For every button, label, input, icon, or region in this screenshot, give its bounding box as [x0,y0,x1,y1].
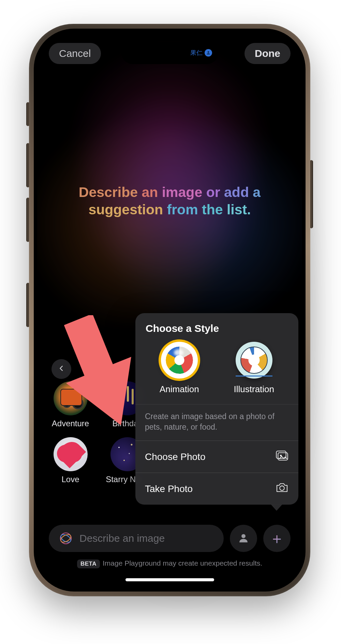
dynamic-island-label: 果仁 [190,49,203,57]
describe-placeholder: Describe an image [79,533,165,544]
take-photo-label: Take Photo [145,484,193,494]
style-label: Illustration [234,384,275,395]
phone-frame: Cancel Done 果仁 Describe an image or add … [29,24,310,596]
footer: BETAImage Playground may create unexpect… [37,559,302,568]
add-button[interactable]: ＋ [263,525,291,552]
popover-description: Create an image based on a photo of pets… [135,404,298,441]
beta-badge: BETA [77,559,100,568]
style-illustration[interactable]: Illustration [234,342,275,395]
style-thumb [161,342,198,379]
style-animation[interactable]: Animation [160,342,199,395]
suggestion-love[interactable]: Love [47,437,93,484]
take-photo-row[interactable]: Take Photo [135,473,298,505]
dynamic-island-indicator-icon [205,49,212,57]
suggestion-thumb [54,437,88,471]
photo-library-icon [275,450,289,464]
style-thumb [236,342,272,379]
popover-title: Choose a Style [135,313,298,342]
cancel-button[interactable]: Cancel [49,43,101,64]
modal-dimmer [37,32,302,588]
chevron-left-icon [58,364,65,374]
describe-input[interactable]: Describe an image [49,525,224,552]
style-popover: Choose a Style Animation Ill [135,313,298,505]
suggestions-back-button[interactable] [51,359,71,379]
hero-prompt: Describe an image or add a suggestion fr… [37,184,302,219]
beachball-icon [166,347,193,374]
beachball-outline-icon [240,347,268,374]
choose-photo-row[interactable]: Choose Photo [135,441,298,473]
plus-icon: ＋ [269,528,284,549]
suggestion-label: Adventure [52,419,89,428]
svg-point-3 [280,455,282,457]
person-icon [238,532,249,545]
screen: Cancel Done 果仁 Describe an image or add … [37,32,302,588]
suggestion-label: Love [61,475,79,484]
dynamic-island[interactable]: 果仁 [122,42,218,63]
bottom-bar: Describe an image ＋ [49,525,291,552]
camera-icon [275,482,289,496]
done-button[interactable]: Done [244,43,291,64]
stage: Cancel Done 果仁 Describe an image or add … [0,0,341,644]
svg-point-0 [207,51,209,53]
suggestion-thumb [54,381,88,415]
style-label: Animation [160,384,199,395]
choose-photo-label: Choose Photo [145,451,205,462]
phone-bezel: Cancel Done 果仁 Describe an image or add … [34,29,306,592]
person-button[interactable] [230,525,257,552]
svg-point-8 [241,534,246,538]
home-indicator[interactable] [125,578,214,581]
svg-point-4 [280,486,284,490]
style-options: Animation Illustration [135,342,298,404]
apple-intelligence-icon [58,531,73,546]
footer-text: Image Playground may create unexpected r… [103,559,262,567]
suggestion-adventure[interactable]: Adventure [47,381,93,428]
